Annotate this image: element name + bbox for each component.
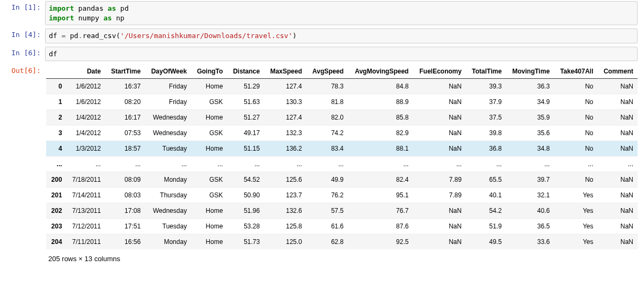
table-cell: 82.0 [306,110,348,125]
alias: np [116,14,125,22]
table-cell: ... [348,157,413,172]
row-index: 4 [46,141,67,157]
table-cell: 39.8 [466,125,506,141]
table-cell: Home [191,219,227,234]
table-cell: 51.15 [227,141,264,157]
column-header: AvgMovingSpeed [348,64,413,79]
table-cell: 37.9 [466,94,506,110]
input-prompt: In [4]: [6,28,45,43]
table-cell: 35.9 [506,110,554,125]
table-cell: 37.5 [466,110,506,125]
table-cell: ... [306,157,348,172]
table-cell: 08:20 [105,94,145,110]
table-cell: ... [264,157,306,172]
table-cell: 127.4 [264,110,306,125]
table-cell: 40.1 [466,188,506,203]
table-cell: NaN [413,219,466,234]
table-cell: 92.5 [348,234,413,250]
index-header [46,64,67,79]
table-row: 2027/13/201117:08WednesdayHome51.96132.6… [46,203,638,219]
module: pandas [78,4,104,12]
variable: df [49,50,57,58]
table-cell: 51.96 [227,203,264,219]
table-cell: Thursday [145,188,191,203]
table-cell: GSK [191,172,227,188]
table-cell: 51.27 [227,110,264,125]
table-cell: 127.4 [264,79,306,94]
string: '/Users/manishkumar/Downloads/travel.csv… [120,32,292,40]
table-cell: 84.8 [348,79,413,94]
table-cell: Home [191,234,227,250]
row-index: 203 [46,219,67,234]
row-index: ... [46,157,67,172]
module: pd [70,32,78,40]
table-cell: NaN [413,203,466,219]
table-cell: 51.73 [227,234,264,250]
code-input[interactable]: import pandas as pd import numpy as np [45,1,638,25]
table-cell: 54.2 [466,203,506,219]
table-cell: 123.7 [264,188,306,203]
table-cell: 130.3 [264,94,306,110]
function: read_csv( [83,32,120,40]
table-cell: GSK [191,125,227,141]
table-cell: 36.5 [506,219,554,234]
table-cell: 39.3 [466,79,506,94]
table-cell: 88.9 [348,94,413,110]
row-index: 204 [46,234,67,250]
table-cell: 78.3 [306,79,348,94]
table-row: 2007/18/201108:09MondayGSK54.52125.649.9… [46,172,638,188]
table-cell: 87.6 [348,219,413,234]
code-input[interactable]: df [45,47,638,62]
table-cell: 08:03 [105,188,145,203]
output-prompt: Out[6]: [6,64,45,268]
keyword: import [49,4,74,12]
code-cell: In [4]: df = pd.read_csv('/Users/manishk… [6,28,638,43]
keyword: import [49,14,74,22]
table-cell: 83.4 [306,141,348,157]
table-cell: 16:37 [105,79,145,94]
dot: . [78,32,83,40]
row-index: 2 [46,110,67,125]
table-cell: 61.6 [306,219,348,234]
table-row: 11/6/201208:20FridayGSK51.63130.381.888.… [46,94,638,110]
table-cell: 16:56 [105,234,145,250]
column-header: Take407All [554,64,597,79]
table-cell: 82.9 [348,125,413,141]
table-cell: NaN [597,203,638,219]
paren: ) [292,32,297,40]
row-index: 3 [46,125,67,141]
table-cell: Wednesday [145,125,191,141]
table-cell: 85.8 [348,110,413,125]
keyword: as [104,14,112,22]
table-cell: Home [191,203,227,219]
table-cell: Tuesday [145,219,191,234]
table-cell: 7/13/2011 [67,203,105,219]
table-cell: 1/6/2012 [67,94,105,110]
table-cell: 49.5 [466,234,506,250]
column-header: Date [67,64,105,79]
table-cell: NaN [413,79,466,94]
table-cell: Wednesday [145,203,191,219]
table-cell: NaN [413,141,466,157]
table-cell: 49.9 [306,172,348,188]
code-cell: In [1]: import pandas as pd import numpy… [6,1,638,25]
code-input[interactable]: df = pd.read_csv('/Users/manishkumar/Dow… [45,28,638,43]
table-cell: 136.2 [264,141,306,157]
dataframe-header-row: DateStartTimeDayOfWeekGoingToDistanceMax… [46,64,638,79]
table-cell: 51.29 [227,79,264,94]
table-cell: NaN [597,172,638,188]
table-cell: 40.6 [506,203,554,219]
table-cell: 34.9 [506,94,554,110]
dataframe-wrapper: DateStartTimeDayOfWeekGoingToDistanceMax… [46,64,638,249]
table-cell: Yes [554,203,597,219]
table-cell: ... [554,157,597,172]
column-header: GoingTo [191,64,227,79]
table-cell: 34.8 [506,141,554,157]
table-cell: Yes [554,188,597,203]
table-cell: 82.4 [348,172,413,188]
table-row: 21/4/201216:17WednesdayHome51.27127.482.… [46,110,638,125]
row-index: 201 [46,188,67,203]
column-header: AvgSpeed [306,64,348,79]
table-cell: ... [191,157,227,172]
table-cell: ... [597,157,638,172]
